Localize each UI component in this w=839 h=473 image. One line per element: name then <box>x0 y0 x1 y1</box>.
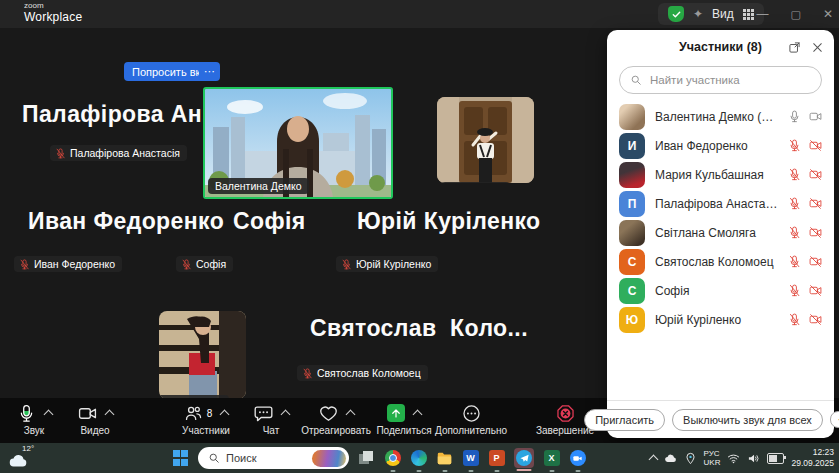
camera-off-icon[interactable] <box>809 284 822 297</box>
camera-off-icon[interactable] <box>809 255 822 268</box>
battery-icon[interactable] <box>767 453 784 464</box>
participant-name: Валентина Демко (Организатор, я) <box>655 110 778 124</box>
participants-options-chevron[interactable] <box>220 410 230 420</box>
windows-logo-icon <box>173 450 189 466</box>
nameplate-ivan: Иван Федоренко <box>14 256 122 272</box>
participant-row-svitlana[interactable]: Світлана Смоляга <box>607 218 834 247</box>
close-window-button[interactable]: ✕ <box>823 7 833 21</box>
participant-row-palafirova[interactable]: П Палафірова Анастасія <box>607 189 834 218</box>
meeting-security-shield-icon[interactable] <box>668 6 684 22</box>
taskbar-search[interactable]: Поиск <box>198 447 349 469</box>
zoom-app-button[interactable] <box>569 450 586 467</box>
participant-row-sviatoslav[interactable]: С Святослав Коломоец <box>607 247 834 276</box>
ai-companion-icon[interactable]: ✦ <box>693 8 703 20</box>
mic-off-icon <box>341 259 352 270</box>
invite-button[interactable]: Пригласить <box>584 409 665 431</box>
language-indicator[interactable]: РУС UKR <box>704 449 721 467</box>
photo-tile-svitlana[interactable]: Світлана Смоляга <box>437 97 534 183</box>
mic-off-icon <box>181 259 192 270</box>
excel-icon: X <box>544 450 560 466</box>
share-screen-button[interactable]: Поделиться <box>372 402 436 436</box>
tray-overflow-chevron[interactable] <box>648 455 658 465</box>
participants-panel-title: Участники (8) <box>679 40 762 54</box>
participant-row-maria[interactable]: Мария Кульбашная <box>607 160 834 189</box>
view-grid-icon[interactable] <box>743 9 754 20</box>
mic-on-icon[interactable] <box>788 110 801 123</box>
chat-button[interactable]: Чат <box>248 402 294 436</box>
start-button[interactable] <box>172 450 189 467</box>
file-explorer-button[interactable] <box>436 450 453 467</box>
mute-all-button[interactable]: Выключить звук для всех <box>672 409 823 431</box>
react-button[interactable]: Отреагировать <box>298 402 374 436</box>
participant-name: Мария Кульбашная <box>655 168 778 182</box>
participant-row-yurii[interactable]: Ю Юрій Куріленко <box>607 305 834 334</box>
avatar-svitlana <box>619 220 645 246</box>
mic-off-icon[interactable] <box>788 284 801 297</box>
participant-row-ivan[interactable]: И Иван Федоренко <box>607 131 834 160</box>
app-titlebar: zoom Workplace ✦ Вид — ▢ ✕ <box>0 0 839 28</box>
excel-app-button[interactable]: X <box>543 450 560 467</box>
react-options-chevron[interactable] <box>345 410 355 420</box>
mic-off-icon[interactable] <box>788 255 801 268</box>
participant-search[interactable] <box>619 66 822 94</box>
mic-off-icon[interactable] <box>788 139 801 152</box>
participant-name: Палафірова Анастасія <box>655 197 778 211</box>
video-options-chevron[interactable] <box>104 410 114 420</box>
participant-name: Софія <box>655 284 778 298</box>
participants-icon <box>184 404 203 423</box>
mic-off-icon[interactable] <box>788 226 801 239</box>
location-in-use-icon[interactable] <box>684 452 697 465</box>
chrome-app-button[interactable] <box>384 450 401 467</box>
minimize-button[interactable]: — <box>757 7 769 21</box>
word-app-button[interactable]: W <box>462 450 479 467</box>
volume-icon[interactable] <box>747 452 760 465</box>
video-button[interactable]: Видео <box>66 402 124 436</box>
audio-button[interactable]: Звук <box>8 402 60 436</box>
camera-off-icon[interactable] <box>809 197 822 210</box>
participant-row-sofiia[interactable]: С Софія <box>607 276 834 305</box>
more-button[interactable]: Дополнительно <box>434 402 508 436</box>
chat-options-chevron[interactable] <box>280 410 290 420</box>
task-view-button[interactable] <box>358 450 375 467</box>
heart-icon <box>319 404 338 423</box>
tile-more-button[interactable]: ⋯ <box>199 62 220 81</box>
close-panel-icon[interactable] <box>811 41 824 54</box>
wifi-icon[interactable] <box>727 452 740 465</box>
tile-name-ivan: Иван Федоренко <box>28 208 224 235</box>
maximize-button[interactable]: ▢ <box>791 8 801 21</box>
camera-on-icon[interactable] <box>809 110 822 123</box>
telegram-app-button-active[interactable] <box>514 448 534 468</box>
onedrive-cloud-icon[interactable] <box>664 452 677 465</box>
camera-off-icon[interactable] <box>809 139 822 152</box>
popout-panel-icon[interactable] <box>788 41 801 54</box>
view-button[interactable]: Вид <box>712 7 734 21</box>
avatar-yurii: Ю <box>619 307 645 333</box>
participants-button[interactable]: 8 Участники <box>168 402 244 436</box>
edge-app-button[interactable] <box>410 450 427 467</box>
telegram-icon <box>516 450 532 466</box>
powerpoint-app-button[interactable]: P <box>488 450 505 467</box>
camera-off-icon[interactable] <box>809 168 822 181</box>
camera-off-icon[interactable] <box>809 313 822 326</box>
search-highlight-image[interactable] <box>312 450 346 467</box>
mic-off-icon[interactable] <box>788 313 801 326</box>
taskbar-weather-widget[interactable]: 12° <box>8 445 38 471</box>
participant-row-valentyna[interactable]: Валентина Демко (Организатор, я) <box>607 102 834 131</box>
time: 12:23 <box>791 447 834 458</box>
photo-tile-maria[interactable]: Мария Кульбашная <box>159 311 246 399</box>
camera-off-icon[interactable] <box>809 226 822 239</box>
tile-name-sofiia: Софія <box>233 208 306 235</box>
mic-off-icon[interactable] <box>788 168 801 181</box>
more-ellipsis-icon <box>462 404 481 423</box>
participant-search-input[interactable] <box>648 73 811 87</box>
tile-name-sviatoslav: Святослав Коло... <box>310 315 528 342</box>
taskbar-clock[interactable]: 12:23 29.09.2025 <box>791 447 834 468</box>
video-tile-valentyna[interactable]: Валентина Демко <box>203 87 393 199</box>
mic-off-icon[interactable] <box>788 197 801 210</box>
share-options-chevron[interactable] <box>413 410 423 420</box>
panel-more-button[interactable]: ⋯ <box>830 411 839 428</box>
participant-name: Иван Федоренко <box>655 139 778 153</box>
mic-icon <box>17 404 36 423</box>
task-view-icon <box>359 451 374 466</box>
audio-options-chevron[interactable] <box>43 410 53 420</box>
